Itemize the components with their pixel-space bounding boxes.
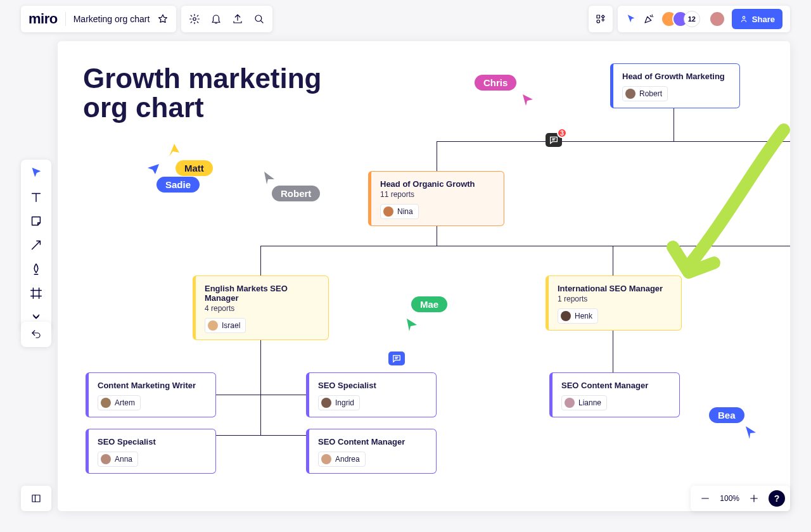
arrow-tool-icon[interactable] [29, 238, 43, 252]
cursor-robert: Robert [272, 186, 320, 201]
node-title: English Markets SEO Manager [205, 284, 319, 303]
node-title: SEO Content Manager [561, 381, 670, 390]
gear-icon[interactable] [189, 13, 200, 25]
node-intl-seo-mgr[interactable]: International SEO Manager 1 reports Henk [546, 276, 682, 331]
node-eng-seo-mgr[interactable]: English Markets SEO Manager 4 reports Is… [193, 276, 329, 340]
node-title: Content Marketing Writer [98, 381, 207, 390]
node-title: SEO Specialist [98, 437, 207, 446]
node-seo-cm-1[interactable]: SEO Content Manager Andrea [306, 429, 437, 474]
cursor-sadie: Sadie [156, 177, 200, 193]
bell-icon[interactable] [210, 13, 222, 25]
cursor-pointer-icon [521, 93, 534, 107]
zoom-out-button[interactable] [699, 493, 711, 504]
person-chip: Andrea [318, 452, 366, 467]
node-head-growth[interactable]: Head of Growth Marketing Robert [610, 63, 740, 108]
panel-toggle-button[interactable] [21, 486, 51, 511]
share-label: Share [752, 15, 775, 24]
miro-logo[interactable]: miro [29, 11, 58, 27]
divider [65, 12, 66, 26]
zoom-level[interactable]: 100% [720, 494, 739, 503]
cursor-pointer-icon [743, 425, 757, 440]
cursor-matt: Matt [176, 160, 213, 176]
node-title: SEO Content Manager [318, 437, 427, 446]
cursor-pointer-icon [262, 170, 276, 186]
person-chip: Robert [622, 86, 668, 101]
svg-rect-5 [32, 495, 40, 502]
side-toolbar [21, 160, 51, 331]
person-chip: Artem [98, 395, 141, 410]
cursor-chris: Chris [475, 75, 516, 91]
avatar-count: 12 [684, 11, 700, 27]
board-heading: Growth marketing org chart [83, 64, 322, 122]
comment-thread-icon[interactable]: 3 [546, 133, 562, 147]
svg-point-3 [597, 20, 600, 23]
node-seo-cm-2[interactable]: SEO Content Manager Lianne [549, 372, 680, 417]
svg-rect-2 [597, 15, 600, 18]
person-chip: Ingrid [318, 395, 360, 410]
node-subtitle: 4 reports [205, 304, 319, 313]
undo-icon [30, 329, 42, 340]
text-tool-icon[interactable] [29, 190, 43, 204]
cursor-pointer-icon [167, 142, 181, 158]
search-icon[interactable] [253, 13, 265, 25]
select-tool-icon[interactable] [29, 166, 43, 180]
node-title: International SEO Manager [558, 284, 672, 293]
person-chip: Israel [205, 318, 246, 333]
cursor-bea: Bea [709, 407, 744, 423]
board-tools-pill [181, 6, 272, 32]
person-chip: Henk [558, 308, 598, 324]
node-seo-spec-1[interactable]: SEO Specialist Ingrid [306, 372, 437, 417]
undo-button[interactable] [21, 322, 51, 347]
connector [437, 226, 437, 246]
node-head-organic[interactable]: Head of Organic Growth 11 reports Nina [368, 171, 504, 226]
help-button[interactable]: ? [769, 490, 785, 507]
zoom-controls: 100% ? [691, 486, 790, 511]
node-subtitle: 11 reports [380, 190, 495, 199]
comment-icon[interactable] [388, 352, 405, 365]
panel-icon [30, 493, 42, 504]
cursor-mae: Mae [411, 296, 447, 312]
person-chip: Lianne [561, 395, 607, 410]
node-title: Head of Growth Marketing [622, 72, 731, 81]
board-info-pill: miro Marketing org chart [21, 6, 176, 32]
svg-point-0 [193, 18, 196, 21]
connector [260, 330, 261, 435]
apps-icon [595, 13, 606, 25]
party-icon[interactable] [643, 13, 655, 25]
drawn-arrow-icon [651, 124, 790, 282]
connector [613, 246, 613, 276]
export-icon[interactable] [232, 13, 243, 25]
share-button[interactable]: Share [732, 9, 782, 29]
node-seo-spec-2[interactable]: SEO Specialist Anna [86, 429, 216, 474]
node-title: SEO Specialist [318, 381, 427, 390]
pen-tool-icon[interactable] [29, 262, 43, 276]
svg-point-4 [743, 16, 745, 19]
board-canvas[interactable]: Growth marketing org chart Head of Growt… [58, 41, 790, 511]
cursor-icon[interactable] [625, 13, 637, 25]
node-subtitle: 1 reports [558, 294, 672, 303]
person-chip: Anna [98, 452, 138, 467]
connector [260, 246, 261, 276]
current-user-avatar[interactable] [709, 11, 725, 27]
collab-pill: 12 Share [618, 6, 790, 32]
frame-tool-icon[interactable] [29, 286, 43, 300]
topbar: miro Marketing org chart 12 [21, 6, 790, 32]
comment-count-badge: 3 [557, 128, 567, 138]
star-icon[interactable] [157, 13, 169, 25]
collaborator-avatars[interactable]: 12 [661, 11, 700, 27]
canvas-content: Growth marketing org chart Head of Growt… [58, 41, 790, 511]
node-content-writer[interactable]: Content Marketing Writer Artem [86, 372, 216, 417]
zoom-in-button[interactable] [748, 493, 760, 504]
apps-pill[interactable] [589, 6, 613, 32]
board-title[interactable]: Marketing org chart [73, 14, 150, 24]
sticky-tool-icon[interactable] [29, 214, 43, 228]
cursor-pointer-icon [404, 317, 418, 332]
node-title: Head of Organic Growth [380, 179, 495, 189]
connector [437, 141, 437, 171]
connector [613, 330, 613, 372]
cursor-pointer-icon [146, 163, 160, 177]
person-chip: Nina [380, 204, 419, 219]
